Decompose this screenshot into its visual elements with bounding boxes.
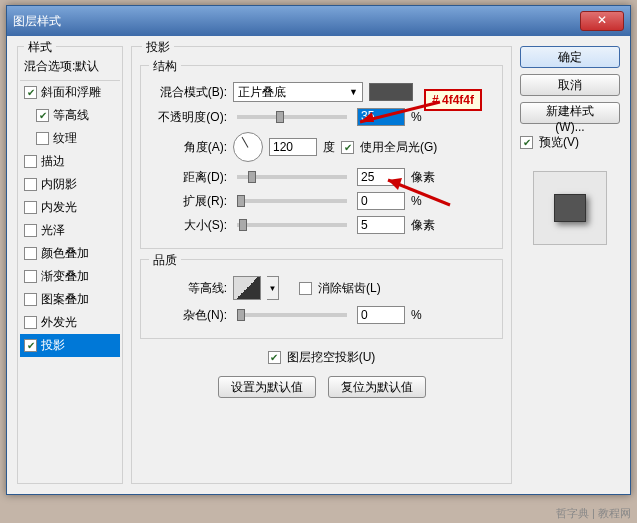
checkbox-icon[interactable] (24, 178, 37, 191)
quality-group: 品质 等高线: ▼ 消除锯齿(L) 杂色(N): % (140, 259, 503, 339)
knockout-checkbox[interactable] (268, 351, 281, 364)
antialias-label: 消除锯齿(L) (318, 280, 381, 297)
checkbox-icon[interactable] (24, 270, 37, 283)
reset-default-button[interactable]: 复位为默认值 (328, 376, 426, 398)
style-item-bevel[interactable]: 斜面和浮雕 (20, 81, 120, 104)
styles-header: 样式 (24, 39, 56, 56)
global-light-checkbox[interactable] (341, 141, 354, 154)
quality-title: 品质 (149, 252, 181, 269)
distance-slider[interactable] (237, 175, 347, 179)
angle-dial[interactable] (233, 132, 263, 162)
spread-label: 扩展(R): (149, 193, 227, 210)
new-style-button[interactable]: 新建样式(W)... (520, 102, 620, 124)
style-item-color-overlay[interactable]: 颜色叠加 (20, 242, 120, 265)
titlebar[interactable]: 图层样式 ✕ (7, 6, 630, 36)
checkbox-icon[interactable] (24, 247, 37, 260)
knockout-label: 图层挖空投影(U) (287, 349, 376, 366)
section-title: 投影 (142, 39, 174, 56)
checkbox-icon[interactable] (36, 109, 49, 122)
checkbox-icon[interactable] (36, 132, 49, 145)
opacity-unit: % (411, 110, 441, 124)
preview-thumbnail (533, 171, 607, 245)
ok-button[interactable]: 确定 (520, 46, 620, 68)
styles-panel: 样式 混合选项:默认 斜面和浮雕 等高线 纹理 描边 内阴影 内发光 光泽 颜色… (17, 46, 123, 484)
style-item-outer-glow[interactable]: 外发光 (20, 311, 120, 334)
style-item-inner-glow[interactable]: 内发光 (20, 196, 120, 219)
size-slider[interactable] (237, 223, 347, 227)
contour-dropdown[interactable]: ▼ (267, 276, 279, 300)
chevron-down-icon: ▼ (349, 87, 358, 97)
opacity-label: 不透明度(O): (149, 109, 227, 126)
style-item-inner-shadow[interactable]: 内阴影 (20, 173, 120, 196)
checkbox-icon[interactable] (24, 316, 37, 329)
spread-input[interactable] (357, 192, 405, 210)
close-button[interactable]: ✕ (580, 11, 624, 31)
noise-unit: % (411, 308, 441, 322)
size-input[interactable] (357, 216, 405, 234)
opacity-input[interactable]: 35 (357, 108, 405, 126)
opacity-slider[interactable] (237, 115, 347, 119)
structure-title: 结构 (149, 58, 181, 75)
style-item-drop-shadow[interactable]: 投影 (20, 334, 120, 357)
distance-label: 距离(D): (149, 169, 227, 186)
hex-annotation: # 4f4f4f (424, 89, 482, 111)
style-item-pattern-overlay[interactable]: 图案叠加 (20, 288, 120, 311)
blend-options-item[interactable]: 混合选项:默认 (20, 55, 120, 78)
color-swatch[interactable] (369, 83, 413, 101)
make-default-button[interactable]: 设置为默认值 (218, 376, 316, 398)
noise-label: 杂色(N): (149, 307, 227, 324)
watermark: 哲字典 | 教程网 (556, 506, 631, 521)
contour-picker[interactable] (233, 276, 261, 300)
preview-label: 预览(V) (539, 134, 579, 151)
antialias-checkbox[interactable] (299, 282, 312, 295)
style-item-stroke[interactable]: 描边 (20, 150, 120, 173)
angle-unit: 度 (323, 139, 335, 156)
angle-label: 角度(A): (149, 139, 227, 156)
noise-input[interactable] (357, 306, 405, 324)
layer-style-dialog: 图层样式 ✕ 样式 混合选项:默认 斜面和浮雕 等高线 纹理 描边 内阴影 内发… (6, 5, 631, 495)
checkbox-icon[interactable] (24, 224, 37, 237)
preview-checkbox[interactable] (520, 136, 533, 149)
global-light-label: 使用全局光(G) (360, 139, 437, 156)
checkbox-icon[interactable] (24, 339, 37, 352)
style-item-texture[interactable]: 纹理 (20, 127, 120, 150)
spread-slider[interactable] (237, 199, 347, 203)
contour-label: 等高线: (149, 280, 227, 297)
checkbox-icon[interactable] (24, 293, 37, 306)
style-item-gradient-overlay[interactable]: 渐变叠加 (20, 265, 120, 288)
blend-mode-select[interactable]: 正片叠底 ▼ (233, 82, 363, 102)
checkbox-icon[interactable] (24, 201, 37, 214)
angle-input[interactable] (269, 138, 317, 156)
blend-mode-label: 混合模式(B): (149, 84, 227, 101)
checkbox-icon[interactable] (24, 155, 37, 168)
noise-slider[interactable] (237, 313, 347, 317)
window-title: 图层样式 (13, 13, 580, 30)
style-item-contour[interactable]: 等高线 (20, 104, 120, 127)
style-item-satin[interactable]: 光泽 (20, 219, 120, 242)
cancel-button[interactable]: 取消 (520, 74, 620, 96)
distance-input[interactable] (357, 168, 405, 186)
checkbox-icon[interactable] (24, 86, 37, 99)
distance-unit: 像素 (411, 169, 441, 186)
size-label: 大小(S): (149, 217, 227, 234)
spread-unit: % (411, 194, 441, 208)
size-unit: 像素 (411, 217, 441, 234)
